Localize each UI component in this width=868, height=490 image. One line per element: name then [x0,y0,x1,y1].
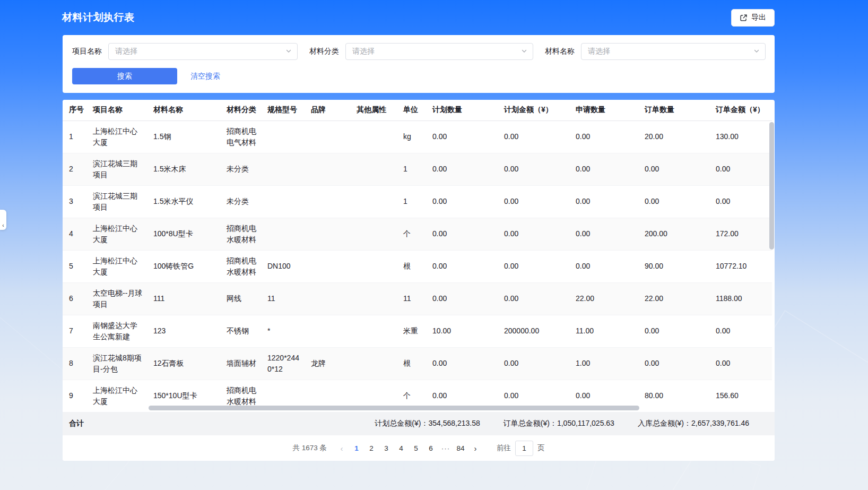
table-cell: 0.00 [426,347,498,380]
select-placeholder: 请选择 [115,47,137,56]
table-cell: 0.00 [498,121,569,153]
table-cell [305,282,350,315]
table-row: 1上海松江中心大厦1.5钢招商机电电气材料kg0.000.000.0020.00… [63,121,772,153]
summary-bar: 合计 计划总金额(¥)：354,568,213.58 订单总金额(¥)：1,05… [63,412,775,435]
table-cell: 1220*2440*12 [261,347,305,380]
table-cell [350,315,397,347]
table-cell [350,121,397,153]
table-row: 3滨江花城三期项目1.5米水平仪未分类10.000.000.000.000.00 [63,185,772,218]
table-cell: 200.00 [638,218,709,250]
table-cell: 0.00 [569,250,638,282]
table-cell: 上海松江中心大厦 [86,380,147,412]
prev-page-button[interactable]: ‹ [334,440,349,456]
table-cell: 未分类 [220,185,261,218]
table-cell: 0.00 [569,153,638,185]
table-cell: 0.00 [638,315,709,347]
filter-material-category: 材料分类 请选择 [309,43,533,60]
vertical-scrollbar[interactable] [769,122,774,250]
table-cell: 0.00 [498,153,569,185]
chevron-down-icon [753,47,760,56]
table-cell: 滨江花城三期项目 [86,153,147,185]
column-header: 序号 [63,100,86,121]
table-cell: 12石膏板 [147,347,220,380]
table-cell: 1.00 [569,347,638,380]
table-cell: kg [397,121,426,153]
page-button-1[interactable]: 1 [349,440,364,456]
filter-project-name: 项目名称 请选择 [72,43,298,60]
table-cell: 111 [147,282,220,315]
table-cell [261,218,305,250]
table-cell: 1.5米木床 [147,153,220,185]
page-button-2[interactable]: 2 [364,440,379,456]
page-button-84[interactable]: 84 [453,440,468,456]
export-button[interactable]: 导出 [731,9,775,27]
table-cell: 0.00 [426,218,498,250]
table-cell: 100*8U型卡 [147,218,220,250]
horizontal-scrollbar[interactable] [149,406,639,410]
order-total-amount: 订单总金额(¥)：1,050,117,025.63 [504,419,614,428]
table-row: 6太空电梯--月球项目111网线11110.000.0022.0022.0011… [63,282,772,315]
next-page-button[interactable]: › [468,440,483,456]
page-button-5[interactable]: 5 [409,440,423,456]
column-header: 材料分类 [220,100,261,121]
page-button-4[interactable]: 4 [394,440,409,456]
table-cell: 0.00 [638,153,709,185]
clear-search-button[interactable]: 清空搜索 [190,72,220,81]
more-pages[interactable]: ··· [438,440,453,456]
table-cell: 0.00 [709,185,772,218]
table-cell: 6 [63,282,86,315]
table-cell: 1188.00 [709,282,772,315]
table-cell: 4 [63,218,86,250]
filter-label-material: 材料名称 [545,47,575,56]
column-header: 规格型号 [261,100,305,121]
table-viewport: 序号项目名称材料名称材料分类规格型号品牌其他属性单位计划数量计划金额（¥）申请数… [63,100,775,412]
page-number-list: 123456···84 [349,440,468,456]
table-cell: 0.00 [426,153,498,185]
drawer-toggle[interactable]: ‹ [0,210,6,230]
table-cell [305,185,350,218]
table-cell: 22.00 [569,282,638,315]
table-cell: 0.00 [426,121,498,153]
filter-panel: 项目名称 请选择 材料分类 请选择 材料名称 [63,35,775,93]
page-button-6[interactable]: 6 [423,440,438,456]
goto-page-input[interactable] [515,441,533,456]
page-button-3[interactable]: 3 [379,440,394,456]
table-cell: 8 [63,347,86,380]
table-cell: 100铸铁管G [147,250,220,282]
column-header: 计划数量 [426,100,498,121]
data-table-card: 序号项目名称材料名称材料分类规格型号品牌其他属性单位计划数量计划金额（¥）申请数… [63,100,775,461]
table-cell: 0.00 [426,250,498,282]
table-cell: 9 [63,380,86,412]
filter-material-name: 材料名称 请选择 [545,43,766,60]
table-cell: 招商机电水暖材料 [220,250,261,282]
table-cell [350,347,397,380]
select-placeholder: 请选择 [588,47,610,56]
table-cell [305,250,350,282]
select-placeholder: 请选择 [352,47,375,56]
table-cell: 1 [397,153,426,185]
table-cell: 滨江花城三期项目 [86,185,147,218]
project-name-select[interactable]: 请选择 [108,43,298,60]
table-cell: 未分类 [220,153,261,185]
table-cell [305,121,350,153]
table-cell: 80.00 [638,380,709,412]
drawer-toggle-icon: ‹ [2,222,4,228]
column-header: 单位 [397,100,426,121]
table-cell: 200000.00 [498,315,569,347]
search-button[interactable]: 搜索 [72,68,177,84]
table-cell: 3 [63,185,86,218]
table-cell [261,185,305,218]
table-cell [305,315,350,347]
table-cell: 招商机电水暖材料 [220,218,261,250]
column-header: 订单金额（¥） [709,100,772,121]
material-category-select[interactable]: 请选择 [345,43,533,60]
material-plan-table: 序号项目名称材料名称材料分类规格型号品牌其他属性单位计划数量计划金额（¥）申请数… [63,100,772,412]
export-button-label: 导出 [751,13,766,22]
material-name-select[interactable]: 请选择 [581,43,766,60]
column-header: 项目名称 [86,100,147,121]
table-cell: 龙牌 [305,347,350,380]
table-cell: 0.00 [569,218,638,250]
table-row: 2滨江花城三期项目1.5米木床未分类10.000.000.000.000.00 [63,153,772,185]
table-cell: 根 [397,347,426,380]
goto-page: 前往 页 [497,441,545,456]
